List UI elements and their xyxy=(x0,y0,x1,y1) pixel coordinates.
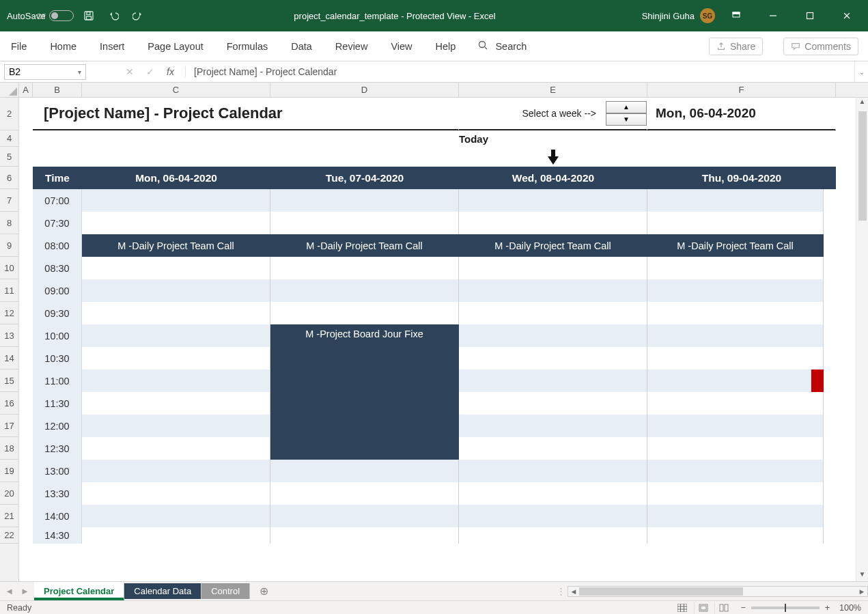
cancel-formula-icon[interactable]: ✕ xyxy=(126,66,134,77)
expand-formula-bar-icon[interactable]: ⌄ xyxy=(854,61,868,82)
event-daily-call[interactable]: M -Daily Project Team Call xyxy=(459,234,647,257)
calendar-cell[interactable] xyxy=(82,460,270,482)
autosave-switch[interactable]: Off xyxy=(49,10,74,21)
calendar-cell[interactable] xyxy=(270,302,459,324)
calendar-cell[interactable] xyxy=(459,279,647,302)
tab-scroll-right-icon[interactable]: ► xyxy=(20,586,29,596)
col-header[interactable]: F xyxy=(647,83,836,97)
row-header[interactable]: 7 xyxy=(0,189,18,212)
tab-formulas[interactable]: Formulas xyxy=(225,38,269,55)
calendar-cell[interactable] xyxy=(270,527,459,544)
row-header[interactable]: 9 xyxy=(0,234,18,257)
calendar-cell[interactable] xyxy=(647,189,824,212)
calendar-cell[interactable] xyxy=(82,369,270,392)
autosave-toggle[interactable]: AutoSave Off xyxy=(7,10,74,21)
event-daily-call[interactable]: M -Daily Project Team Call xyxy=(270,234,459,257)
page-break-view-icon[interactable] xyxy=(714,602,732,614)
zoom-slider[interactable] xyxy=(751,606,820,609)
calendar-cell[interactable] xyxy=(82,347,270,369)
share-button[interactable]: Share xyxy=(709,38,763,55)
maximize-icon[interactable] xyxy=(794,5,826,26)
calendar-cell[interactable] xyxy=(647,257,824,279)
calendar-cell[interactable] xyxy=(647,347,824,369)
calendar-cell[interactable] xyxy=(459,482,647,505)
calendar-cell[interactable] xyxy=(647,437,824,460)
event-daily-call[interactable]: M -Daily Project Team Call xyxy=(647,234,824,257)
undo-icon[interactable] xyxy=(104,6,123,25)
col-header[interactable]: B xyxy=(33,83,82,97)
calendar-cell[interactable] xyxy=(647,505,824,527)
page-layout-view-icon[interactable] xyxy=(694,602,712,614)
calendar-cell[interactable] xyxy=(82,257,270,279)
row-header[interactable]: 6 xyxy=(0,167,18,189)
name-box[interactable]: B2 ▾ xyxy=(4,64,86,80)
tab-home[interactable]: Home xyxy=(48,38,78,55)
sheet-tab-project-calendar[interactable]: Project Calendar xyxy=(34,582,124,600)
sheet-tab-control[interactable]: Control xyxy=(201,583,250,599)
calendar-cell[interactable] xyxy=(459,505,647,527)
calendar-cell[interactable] xyxy=(82,189,270,212)
tab-scroll-left-icon[interactable]: ◄ xyxy=(5,586,14,596)
calendar-cell[interactable] xyxy=(459,257,647,279)
ribbon-display-icon[interactable] xyxy=(720,5,752,26)
calendar-cell[interactable] xyxy=(270,212,459,234)
col-header[interactable]: A xyxy=(19,83,33,97)
calendar-cell[interactable] xyxy=(459,437,647,460)
tab-file[interactable]: File xyxy=(10,38,28,55)
search-box[interactable]: Search xyxy=(477,40,527,53)
row-header[interactable]: 19 xyxy=(0,460,18,482)
calendar-cell[interactable] xyxy=(270,482,459,505)
user-avatar[interactable]: SG xyxy=(700,8,715,23)
calendar-cell[interactable] xyxy=(459,347,647,369)
calendar-cell[interactable] xyxy=(82,324,270,347)
row-header[interactable]: 11 xyxy=(0,279,18,302)
calendar-cell[interactable] xyxy=(82,392,270,415)
calendar-cell[interactable] xyxy=(459,415,647,437)
worksheet-grid[interactable]: 2 4 5 6 7 8 9 10 11 12 13 14 15 16 17 18… xyxy=(0,83,868,581)
calendar-cell[interactable] xyxy=(459,460,647,482)
calendar-cell[interactable] xyxy=(459,369,647,392)
new-sheet-button[interactable]: ⊕ xyxy=(250,585,277,598)
calendar-cell[interactable] xyxy=(647,212,824,234)
calendar-cell[interactable] xyxy=(647,482,824,505)
calendar-cell[interactable] xyxy=(459,392,647,415)
close-icon[interactable] xyxy=(831,5,863,26)
row-header[interactable]: 2 xyxy=(0,98,18,130)
scroll-right-icon[interactable]: ► xyxy=(856,587,867,596)
event-daily-call[interactable]: M -Daily Project Team Call xyxy=(82,234,270,257)
tab-page-layout[interactable]: Page Layout xyxy=(146,38,204,55)
calendar-cell[interactable] xyxy=(82,212,270,234)
zoom-level[interactable]: 100% xyxy=(839,603,861,613)
calendar-cell[interactable] xyxy=(647,279,824,302)
calendar-cell[interactable] xyxy=(647,302,824,324)
calendar-cell[interactable] xyxy=(270,279,459,302)
calendar-cell[interactable] xyxy=(647,415,824,437)
save-icon[interactable] xyxy=(79,6,98,25)
normal-view-icon[interactable] xyxy=(673,602,691,614)
calendar-cell[interactable] xyxy=(459,324,647,347)
row-header[interactable]: 15 xyxy=(0,369,18,392)
spinner-down-button[interactable]: ▼ xyxy=(606,113,647,126)
sheet-tab-calendar-data[interactable]: Calendar Data xyxy=(124,583,201,599)
row-header[interactable]: 20 xyxy=(0,482,18,505)
row-header[interactable]: 22 xyxy=(0,527,18,544)
tab-review[interactable]: Review xyxy=(334,38,369,55)
row-header[interactable]: 10 xyxy=(0,257,18,279)
zoom-in-button[interactable]: + xyxy=(825,603,830,613)
spinner-up-button[interactable]: ▲ xyxy=(606,101,647,113)
row-header[interactable]: 8 xyxy=(0,212,18,234)
calendar-cell[interactable] xyxy=(82,505,270,527)
row-header[interactable]: 21 xyxy=(0,505,18,527)
hscroll-thumb[interactable] xyxy=(579,587,743,596)
calendar-cell[interactable] xyxy=(647,392,824,415)
row-header[interactable]: 16 xyxy=(0,392,18,415)
minimize-icon[interactable] xyxy=(757,5,789,26)
tab-data[interactable]: Data xyxy=(290,38,313,55)
row-header[interactable]: 17 xyxy=(0,415,18,437)
calendar-cell[interactable] xyxy=(647,527,824,544)
row-header[interactable]: 12 xyxy=(0,302,18,324)
calendar-cell[interactable] xyxy=(459,302,647,324)
calendar-cell[interactable] xyxy=(647,460,824,482)
tab-split-handle[interactable]: ⋮ xyxy=(554,586,568,596)
chevron-down-icon[interactable]: ▾ xyxy=(78,68,81,76)
